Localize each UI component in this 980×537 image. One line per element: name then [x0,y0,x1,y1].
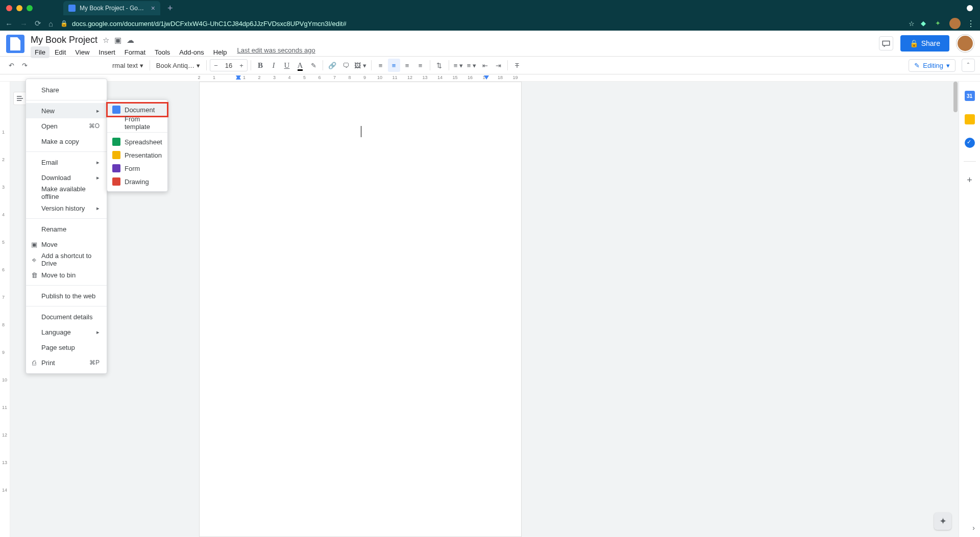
nav-back-button[interactable]: ← [5,19,13,28]
bookmark-icon[interactable]: ☆ [909,20,915,28]
new-tab-button[interactable]: + [167,3,173,14]
font-size-value[interactable]: 16 [222,62,236,69]
share-button[interactable]: 🔒 Share [900,35,949,52]
menu-item-add-shortcut[interactable]: ⎆Add a shortcut to Drive [26,252,107,267]
menu-item-language[interactable]: Language▸ [26,324,107,340]
font-size-decrease[interactable]: − [210,60,222,71]
submenu-item-form[interactable]: Form [107,162,167,175]
highlight-button[interactable]: ✎ [307,59,320,72]
align-center-button[interactable]: ≡ [388,59,400,72]
hide-menus-button[interactable]: ˆ [962,59,975,72]
font-size-increase[interactable]: + [236,60,247,71]
submenu-item-from-template[interactable]: From template [107,116,167,130]
align-justify-button[interactable]: ≡ [414,59,427,72]
docs-home-icon[interactable] [6,35,24,53]
redo-button[interactable]: ↷ [18,59,31,72]
text-color-button[interactable]: A [294,59,306,72]
left-margin-marker-icon[interactable] [236,75,241,80]
browser-menu-button[interactable]: ⋮ [967,19,975,29]
menu-item-move-to-bin[interactable]: 🗑Move to bin [26,267,107,283]
menu-item-make-copy[interactable]: Make a copy [26,134,107,149]
menu-item-download[interactable]: Download▸ [26,170,107,185]
menu-item-print[interactable]: ⎙Print⌘P [26,355,107,370]
print-icon: ⎙ [30,359,38,367]
nav-home-button[interactable]: ⌂ [48,19,53,28]
insert-image-button[interactable]: 🖼 ▾ [353,59,368,72]
mode-selector[interactable]: ✎ Editing ▾ [909,59,955,72]
browser-tab[interactable]: My Book Project - Google Doc × [63,1,160,15]
numbered-list-button[interactable]: ≡ ▾ [452,59,464,72]
tab-close-icon[interactable]: × [151,4,155,12]
comments-button[interactable] [879,36,893,50]
browser-actions: ☆ ◆ ✦ ⋮ [909,18,975,29]
submenu-item-presentation[interactable]: Presentation [107,148,167,162]
profile-indicator-icon[interactable] [967,5,973,11]
menu-item-move[interactable]: ▣Move [26,237,107,252]
menu-label: Spreadsheet [125,138,162,146]
window-maximize-icon[interactable] [27,5,33,11]
insert-comment-button[interactable]: 🗨 [339,59,352,72]
star-icon[interactable]: ☆ [103,36,109,45]
undo-button[interactable]: ↶ [5,59,17,72]
move-folder-icon[interactable]: ▣ [114,36,121,45]
scrollbar-thumb[interactable] [953,82,958,112]
menu-label: Move to bin [41,271,76,279]
insert-link-button[interactable]: 🔗 [326,59,338,72]
line-spacing-button[interactable]: ⇅ [433,59,446,72]
menu-item-publish[interactable]: Publish to the web [26,288,107,303]
underline-button[interactable]: U [281,59,293,72]
clear-formatting-button[interactable]: T [511,59,523,72]
get-addons-button[interactable]: + [967,175,972,186]
account-avatar[interactable] [957,35,974,52]
menu-item-page-setup[interactable]: Page setup [26,340,107,355]
align-left-button[interactable]: ≡ [375,59,387,72]
increase-indent-button[interactable]: ⇥ [492,59,504,72]
submenu-item-drawing[interactable]: Drawing [107,175,167,188]
window-close-icon[interactable] [6,5,12,11]
horizontal-ruler[interactable]: 2112345678910111213141516171819 [0,74,980,82]
document-outline-button[interactable] [13,92,27,105]
menu-item-rename[interactable]: Rename [26,221,107,237]
submenu-item-document[interactable]: Document [107,103,167,116]
italic-button[interactable]: I [267,59,280,72]
menu-label: Share [41,86,59,94]
window-minimize-icon[interactable] [16,5,22,11]
font-family-select[interactable]: Book Antiq… ▾ [153,59,203,72]
menu-item-open[interactable]: Open⌘O [26,118,107,134]
decrease-indent-button[interactable]: ⇤ [479,59,491,72]
extension-icon[interactable]: ◆ [921,19,929,28]
separator [507,60,508,70]
nav-reload-button[interactable]: ⟳ [35,19,41,28]
collapse-side-panel-button[interactable]: › [972,524,975,532]
menu-label: Document details [41,313,92,321]
explore-button[interactable]: ✦ [934,513,951,530]
calendar-app-icon[interactable]: 31 [965,91,975,101]
menu-label: Open [41,122,58,130]
document-page[interactable] [199,82,522,537]
submenu-item-spreadsheet[interactable]: Spreadsheet [107,135,167,148]
bulleted-list-button[interactable]: ≡ ▾ [465,59,478,72]
menu-item-offline[interactable]: Make available offline [26,185,107,200]
bold-button[interactable]: B [254,59,266,72]
menu-label: Drawing [125,178,149,186]
vertical-ruler[interactable]: 1234567891011121314 [0,82,10,537]
menu-item-share[interactable]: Share [26,82,107,97]
right-margin-marker-icon[interactable] [484,75,489,80]
keep-app-icon[interactable] [965,114,975,124]
address-bar[interactable]: 🔒 docs.google.com/document/d/1jwDCFxIxW4… [60,20,901,28]
document-title[interactable]: My Book Project [31,35,97,45]
menu-item-new[interactable]: New▸ [26,103,107,118]
menu-item-details[interactable]: Document details [26,309,107,324]
tasks-app-icon[interactable] [965,138,975,148]
align-right-button[interactable]: ≡ [401,59,413,72]
extensions-puzzle-icon[interactable]: ✦ [935,19,943,28]
docs-app: My Book Project ☆ ▣ ☁ File Edit View Ins… [0,31,980,537]
paragraph-style-select[interactable]: rmal text ▾ [109,59,146,72]
submenu-arrow-icon: ▸ [96,174,100,181]
browser-profile-avatar[interactable] [949,18,961,29]
menu-item-email[interactable]: Email▸ [26,155,107,170]
menu-item-version-history[interactable]: Version history▸ [26,200,107,216]
forms-icon [112,164,120,172]
cloud-status-icon[interactable]: ☁ [127,36,134,45]
sheets-icon [112,138,120,146]
